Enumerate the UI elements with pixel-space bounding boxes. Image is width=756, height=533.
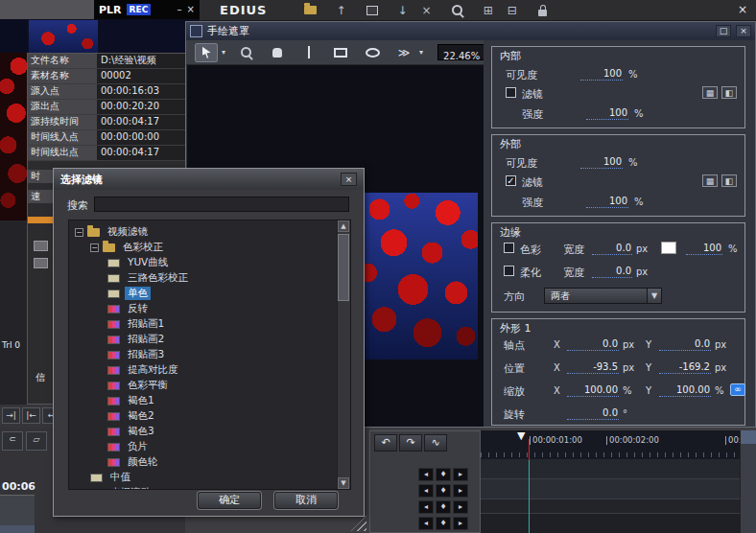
open-folder-button[interactable] bbox=[298, 1, 321, 20]
edge-color-swatch[interactable] bbox=[661, 242, 676, 254]
filter-settings-icon[interactable]: ◧ bbox=[721, 174, 737, 187]
shape-scale-y-value[interactable]: 100.00 bbox=[659, 384, 711, 397]
filter-tree-item[interactable]: 褐色1 bbox=[75, 393, 350, 408]
keyframe-button[interactable]: ♦ bbox=[436, 484, 451, 498]
keyframe-button[interactable]: ♦ bbox=[436, 517, 451, 530]
filter-tree-item[interactable]: 负片 bbox=[75, 439, 350, 454]
path-options-button[interactable]: ≫ bbox=[392, 43, 415, 62]
prev-frame-button[interactable]: ◂ bbox=[418, 500, 434, 514]
palette-thumb[interactable] bbox=[34, 241, 48, 251]
timeline-tracks[interactable] bbox=[481, 459, 740, 533]
filter-tree-item[interactable]: 招贴画2 bbox=[75, 332, 350, 347]
mask-maximize-button[interactable]: □ bbox=[716, 25, 731, 37]
prev-frame-button[interactable]: ◂ bbox=[418, 484, 434, 498]
shape-position-y-value[interactable]: -169.2 bbox=[659, 361, 711, 374]
collapse-icon[interactable]: − bbox=[75, 228, 83, 237]
track-row[interactable] bbox=[481, 459, 740, 479]
inner-filter-checkbox[interactable] bbox=[506, 87, 516, 98]
keyframe-button[interactable]: ♦ bbox=[436, 468, 451, 481]
keyframe-button[interactable]: ♦ bbox=[436, 500, 451, 514]
trim-in-button[interactable]: →| bbox=[2, 407, 20, 424]
tree-scrollbar[interactable]: ▲ ▼ bbox=[337, 220, 350, 489]
filter-tree-item[interactable]: 颜色轮 bbox=[75, 454, 350, 470]
scale-link-icon[interactable]: ∞ bbox=[730, 383, 745, 396]
scroll-down-icon[interactable]: ▼ bbox=[338, 477, 349, 489]
scrollbar-thumb[interactable] bbox=[741, 430, 756, 444]
mask-titlebar[interactable]: 手绘遮罩 □ × bbox=[186, 22, 755, 40]
path-options-dropdown-icon[interactable]: ▾ bbox=[419, 48, 423, 57]
dialog-titlebar[interactable]: 选择滤镜 × bbox=[54, 169, 364, 190]
rectangle-tool-button[interactable] bbox=[329, 43, 352, 62]
edge-color-opacity-value[interactable]: 100 bbox=[686, 243, 722, 255]
select-tool-dropdown-icon[interactable]: ▾ bbox=[222, 48, 225, 57]
edge-color-checkbox[interactable] bbox=[504, 243, 514, 253]
line-tool-button[interactable] bbox=[297, 43, 320, 62]
track-row[interactable] bbox=[481, 514, 740, 533]
playhead-handle[interactable]: ▼ bbox=[517, 429, 525, 442]
resize-grip[interactable] bbox=[351, 516, 366, 531]
next-frame-button[interactable]: ▸ bbox=[453, 517, 468, 530]
filter-tree-item[interactable]: 中值 bbox=[75, 470, 350, 485]
edge-color-width-value[interactable]: 0.0 bbox=[592, 243, 632, 255]
prev-frame-button[interactable]: ◂ bbox=[418, 517, 434, 530]
track-row[interactable] bbox=[481, 499, 740, 514]
track-header-block[interactable] bbox=[0, 495, 35, 526]
filter-tree-item[interactable]: 色彩平衡 bbox=[75, 378, 350, 393]
shape-position-x-value[interactable]: -93.5 bbox=[567, 361, 619, 374]
filter-tree-item[interactable]: 招贴画1 bbox=[75, 316, 350, 332]
ok-button[interactable]: 确定 bbox=[198, 492, 261, 509]
timeline-scrollbar[interactable] bbox=[740, 430, 756, 533]
filter-tree-item[interactable]: 褐色2 bbox=[75, 408, 350, 424]
mask-close-button[interactable]: × bbox=[736, 25, 751, 37]
dialog-close-button[interactable]: × bbox=[341, 173, 357, 186]
delete-button[interactable]: × bbox=[422, 5, 432, 16]
filter-tree-item-selected[interactable]: 单色 bbox=[75, 286, 350, 301]
filter-settings-icon[interactable]: ◧ bbox=[721, 86, 737, 99]
cancel-button[interactable]: 取消 bbox=[274, 492, 338, 509]
lock-button[interactable] bbox=[532, 1, 555, 20]
app-close-button[interactable]: × bbox=[738, 3, 747, 16]
tree-folder-video-filters[interactable]: − 视频滤镜 bbox=[75, 224, 350, 240]
shape-anchor-y-value[interactable]: 0.0 bbox=[659, 338, 711, 351]
filter-tree-item[interactable]: YUV曲线 bbox=[75, 255, 350, 270]
track-row[interactable] bbox=[481, 479, 740, 499]
filter-search-input[interactable] bbox=[94, 197, 349, 212]
prev-frame-button[interactable]: ◂ bbox=[418, 468, 434, 481]
plr-minimize-button[interactable]: – bbox=[177, 5, 182, 14]
edge-direction-select[interactable]: 两者 ▼ bbox=[544, 288, 662, 304]
edge-soften-width-value[interactable]: 0.0 bbox=[592, 266, 632, 278]
zoom-tool-button[interactable] bbox=[234, 43, 257, 62]
tree-folder-color-correction[interactable]: − 色彩校正 bbox=[75, 240, 350, 255]
scrollbar-thumb[interactable] bbox=[338, 234, 349, 301]
undo-button[interactable]: ↶ bbox=[374, 434, 397, 452]
filter-tree-item[interactable]: 反转 bbox=[75, 301, 350, 316]
upload-button[interactable]: ↑ bbox=[336, 5, 345, 16]
pan-tool-button[interactable] bbox=[266, 43, 289, 62]
download-button[interactable]: ↓ bbox=[398, 5, 408, 16]
filter-tree-item[interactable]: 提高对比度 bbox=[75, 362, 350, 378]
shape-scale-x-value[interactable]: 100.00 bbox=[567, 384, 619, 397]
plr-close-button[interactable]: × bbox=[187, 5, 195, 14]
filter-tree-item[interactable]: 招贴画3 bbox=[75, 347, 350, 362]
palette-thumb[interactable] bbox=[34, 258, 48, 268]
select-tool-button[interactable] bbox=[195, 43, 218, 62]
shape-anchor-x-value[interactable]: 0.0 bbox=[567, 338, 619, 351]
outer-visibility-value[interactable]: 100 bbox=[580, 156, 623, 169]
chevron-down-icon[interactable]: ▼ bbox=[647, 289, 661, 303]
search-button[interactable] bbox=[446, 1, 469, 20]
edge-soften-checkbox[interactable] bbox=[504, 266, 514, 276]
inner-visibility-value[interactable]: 100 bbox=[580, 68, 623, 81]
outer-strength-value[interactable]: 100 bbox=[586, 196, 628, 208]
filter-list-icon[interactable]: ▦ bbox=[702, 174, 718, 187]
waveform-button[interactable]: ∿ bbox=[424, 434, 447, 452]
outer-filter-checkbox[interactable] bbox=[506, 175, 516, 186]
collapse-icon[interactable]: − bbox=[90, 243, 99, 252]
inner-strength-value[interactable]: 100 bbox=[586, 107, 628, 120]
mode-button[interactable]: ⊂ bbox=[2, 431, 23, 451]
scroll-up-icon[interactable]: ▲ bbox=[338, 220, 349, 232]
trim-out-button[interactable]: |← bbox=[22, 407, 40, 424]
mode-button-2[interactable]: ▱ bbox=[26, 431, 47, 451]
list-view-button[interactable]: ⊟ bbox=[508, 5, 517, 16]
filter-tree-item[interactable]: 褐色3 bbox=[75, 424, 350, 439]
next-frame-button[interactable]: ▸ bbox=[453, 484, 468, 498]
